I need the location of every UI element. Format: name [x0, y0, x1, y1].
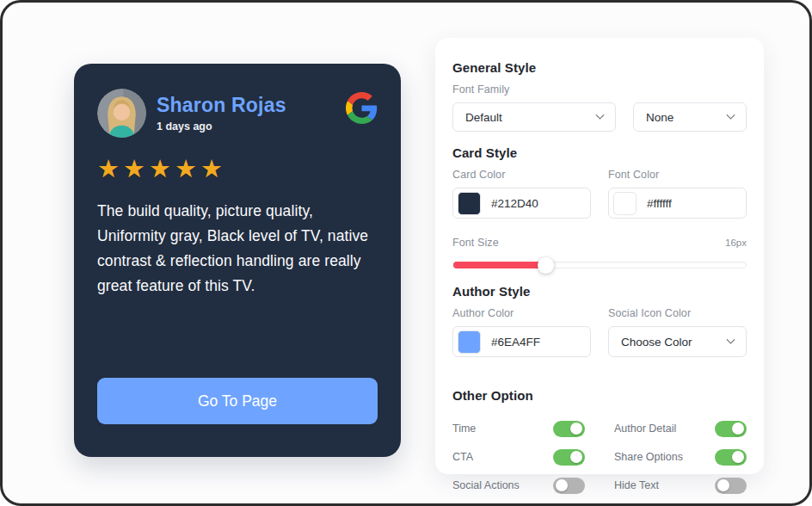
star-rating: ★★★★★: [97, 157, 378, 182]
general-style-heading: General Style: [452, 60, 747, 75]
author-color-input[interactable]: #6EA4FF: [452, 326, 591, 357]
font-color-value: #ffffff: [647, 197, 672, 210]
social-icon-color-select[interactable]: Choose Color: [608, 326, 747, 357]
social-actions-toggle-label: Social Actions: [452, 479, 520, 491]
author-color-value: #6EA4FF: [491, 336, 540, 349]
author-style-labels: Author Color Social Icon Color: [452, 307, 747, 319]
card-color-swatch: [458, 192, 481, 215]
toggle-knob: [717, 479, 729, 491]
font-family-value: Default: [465, 111, 502, 124]
hide-text-toggle-label: Hide Text: [614, 479, 659, 491]
author-name: Sharon Rojas: [157, 94, 346, 116]
cta-toggle[interactable]: [553, 449, 585, 466]
card-style-heading: Card Style: [452, 145, 747, 160]
toggle-row-time: Time: [452, 420, 585, 437]
card-color-label: Card Color: [452, 169, 591, 181]
review-time: 1 days ago: [157, 120, 346, 133]
toggle-row-cta: CTA: [452, 448, 585, 466]
social-icon-color-label: Social Icon Color: [608, 307, 747, 319]
author-style-heading: Author Style: [452, 284, 747, 299]
font-family-row: Default None: [452, 102, 747, 132]
font-size-slider[interactable]: [452, 262, 747, 268]
toggle-knob: [556, 479, 568, 491]
toggle-row-share-options: Share Options: [614, 448, 747, 466]
toggle-knob: [570, 451, 582, 463]
chevron-down-icon: [727, 110, 735, 119]
font-variant-select[interactable]: None: [633, 102, 747, 132]
go-to-page-button[interactable]: Go To Page: [97, 378, 378, 424]
author-detail-toggle-label: Author Detail: [614, 423, 676, 435]
toggle-knob: [732, 423, 744, 435]
toggle-row-social-actions: Social Actions: [452, 477, 585, 494]
review-header: Sharon Rojas 1 days ago: [97, 89, 378, 138]
slider-fill: [453, 262, 545, 268]
toggle-knob: [570, 423, 582, 435]
social-icon-color-value: Choose Color: [621, 336, 692, 349]
font-family-select[interactable]: Default: [452, 102, 616, 132]
settings-panel: General Style Font Family Default None C…: [435, 38, 764, 474]
cta-toggle-label: CTA: [452, 451, 473, 463]
card-color-input[interactable]: #212D40: [452, 188, 591, 219]
time-toggle[interactable]: [553, 421, 585, 437]
social-actions-toggle[interactable]: [553, 478, 585, 494]
slider-thumb[interactable]: [538, 257, 554, 274]
share-options-toggle-label: Share Options: [614, 451, 683, 463]
font-variant-value: None: [646, 111, 674, 124]
toggle-row-hide-text: Hide Text: [614, 477, 747, 494]
author-color-label: Author Color: [452, 307, 591, 319]
author-detail-toggle[interactable]: [715, 421, 747, 437]
font-family-label: Font Family: [452, 83, 747, 96]
share-options-toggle[interactable]: [715, 449, 747, 466]
time-toggle-label: Time: [452, 423, 476, 435]
other-option-toggles: Time Author Detail CTA Share Options Soc…: [452, 420, 747, 494]
review-card-preview: Sharon Rojas 1 days ago ★★★★★ The build …: [74, 64, 401, 457]
card-color-value: #212D40: [491, 197, 538, 210]
hide-text-toggle[interactable]: [715, 478, 747, 494]
author-color-swatch: [458, 330, 481, 354]
author-style-inputs: #6EA4FF Choose Color: [452, 326, 747, 357]
google-logo-icon: [346, 92, 378, 124]
font-color-label: Font Color: [608, 169, 747, 181]
app-window: Sharon Rojas 1 days ago ★★★★★ The build …: [0, 0, 812, 506]
font-size-value: 16px: [725, 238, 747, 248]
chevron-down-icon: [727, 335, 735, 343]
chevron-down-icon: [596, 110, 605, 119]
font-size-row: Font Size 16px: [452, 237, 747, 249]
card-style-inputs: #212D40 #ffffff: [452, 188, 747, 219]
card-style-labels: Card Color Font Color: [452, 169, 747, 181]
font-color-swatch: [613, 192, 637, 215]
other-option-heading: Other Option: [452, 388, 747, 403]
review-text: The build quality, picture quality, Unif…: [97, 199, 378, 299]
toggle-row-author-detail: Author Detail: [614, 420, 747, 437]
font-size-label: Font Size: [452, 237, 499, 249]
author-avatar: [97, 89, 146, 138]
author-identity: Sharon Rojas 1 days ago: [157, 89, 346, 133]
font-color-input[interactable]: #ffffff: [608, 188, 747, 219]
toggle-knob: [732, 451, 744, 463]
